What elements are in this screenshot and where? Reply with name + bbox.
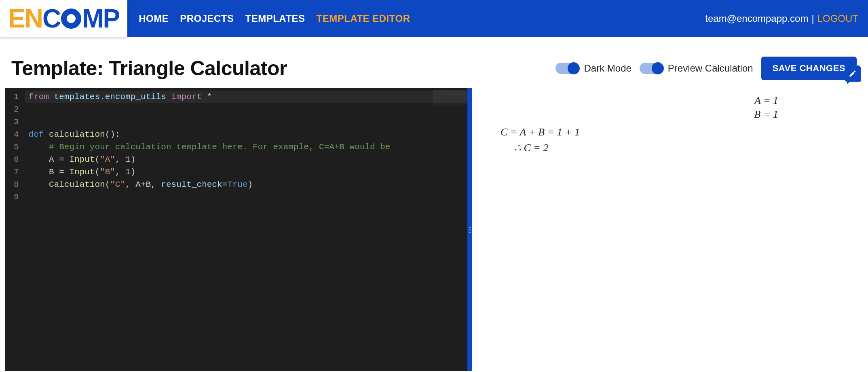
dark-mode-toggle[interactable] [555,63,579,74]
code-area[interactable]: from templates.encomp_utils import * def… [25,88,467,371]
toolbar: Template: Triangle Calculator Dark Mode … [0,37,868,88]
nav-right: team@encompapp.com | LOGOUT [705,13,858,24]
nav-projects[interactable]: PROJECTS [180,13,234,24]
preview-toggle[interactable] [640,63,663,74]
line-number: 7 [14,166,19,178]
line-number: 2 [14,103,19,116]
line-number: 1 [14,91,19,103]
line-number: 3 [14,116,19,128]
preview-eq-c: C = A + B = 1 + 1 [501,126,847,138]
workspace: 123456789 from templates.encomp_utils im… [5,88,863,371]
dark-mode-toggle-wrap: Dark Mode [555,63,631,74]
preview-eq-a: A = 1 [488,95,847,107]
line-number: 4 [14,128,19,141]
dark-mode-label: Dark Mode [584,63,631,74]
code-line[interactable]: A = Input("A", 1) [25,153,467,166]
logo-en: EN [8,4,42,34]
feedback-button[interactable] [845,66,861,82]
preview-eq-result: ∴ C = 2 [514,142,847,154]
line-number: 5 [14,141,19,153]
code-line[interactable]: from templates.encomp_utils import * [25,91,467,103]
page-title: Template: Triangle Calculator [11,57,287,80]
logo-c: C [42,4,60,34]
logo[interactable]: ENCMP [0,0,127,37]
nav-links: HOME PROJECTS TEMPLATES TEMPLATE EDITOR [139,13,410,24]
code-line[interactable]: Calculation("C", A+B, result_check=True) [25,178,467,191]
nav-separator: | [811,13,814,24]
edit-icon [849,70,857,78]
logo-text: ENCMP [8,4,119,34]
logo-mp: MP [82,4,119,34]
nav-templates[interactable]: TEMPLATES [245,13,305,24]
code-line[interactable] [25,116,467,128]
pane-splitter[interactable] [467,88,472,371]
minimap[interactable] [433,90,466,106]
logo-o-icon [61,8,81,29]
nav-template-editor[interactable]: TEMPLATE EDITOR [317,13,410,24]
user-email: team@encompapp.com [705,13,808,24]
code-line[interactable]: # Begin your calculation template here. … [25,141,467,153]
line-number: 9 [14,191,19,203]
save-button[interactable]: SAVE CHANGES [761,57,857,80]
preview-pane: A = 1 B = 1 C = A + B = 1 + 1 ∴ C = 2 [472,88,863,371]
splitter-grip-icon [469,227,471,233]
code-line[interactable] [25,191,467,203]
nav-home[interactable]: HOME [139,13,169,24]
preview-label: Preview Calculation [668,63,753,74]
code-line[interactable]: B = Input("B", 1) [25,166,467,178]
preview-eq-b: B = 1 [488,108,847,120]
line-number: 6 [14,153,19,166]
code-line[interactable] [25,103,467,116]
logout-link[interactable]: LOGOUT [817,13,858,24]
navbar: ENCMP HOME PROJECTS TEMPLATES TEMPLATE E… [0,0,868,37]
line-gutter: 123456789 [5,88,25,371]
code-editor[interactable]: 123456789 from templates.encomp_utils im… [5,88,467,371]
preview-toggle-wrap: Preview Calculation [640,63,753,74]
line-number: 8 [14,178,19,191]
code-line[interactable]: def calculation(): [25,128,467,141]
